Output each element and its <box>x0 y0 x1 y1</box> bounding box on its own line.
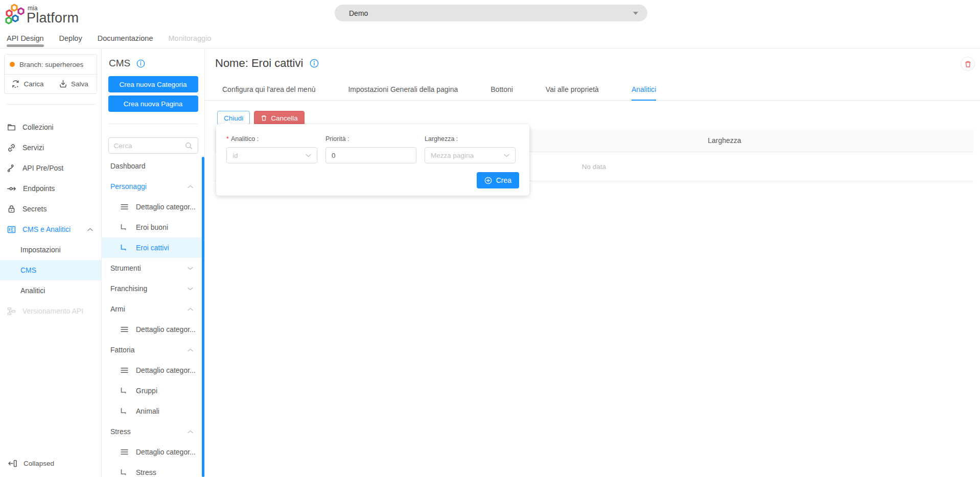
tree-category-armi[interactable]: Armi <box>102 299 204 319</box>
subpage-arrow-icon <box>121 469 127 475</box>
subpage-arrow-icon <box>121 224 127 230</box>
tree-category-fattoria[interactable]: Fattoria <box>102 340 204 360</box>
trash-icon <box>261 114 267 122</box>
sidebar-collapse-toggle[interactable]: Collapsed <box>0 455 54 472</box>
logo-platform-text: Platform <box>27 10 79 26</box>
load-label: Carica <box>24 80 43 88</box>
tab-bottoni[interactable]: Bottoni <box>491 78 513 100</box>
panel-divider <box>108 124 198 124</box>
tab-vai-alle-proprieta[interactable]: Vai alle proprietà <box>546 78 599 100</box>
sidebar-subitem-analitici[interactable]: Analitici <box>0 280 101 301</box>
sidebar-subitem-impostazioni[interactable]: Impostazioni <box>0 240 101 260</box>
cms-tree-panel: CMS Crea nuova Categoria Crea nuova Pagi… <box>102 49 205 477</box>
chevron-up-icon <box>188 348 193 352</box>
search-icon <box>185 142 193 150</box>
folder-icon <box>7 123 16 132</box>
tab-analitici[interactable]: Analitici <box>632 78 656 100</box>
page-title: Nome: Eroi cattivi <box>215 57 303 70</box>
mia-platform-console: mia Platform Demo API Design Deploy Docu… <box>0 0 980 477</box>
tab-impostazioni-generali[interactable]: Impostazioni Generali della pagina <box>348 78 458 100</box>
larghezza-select[interactable]: Mezza pagina <box>425 147 516 163</box>
lock-icon <box>7 205 16 213</box>
cms-icon <box>7 225 16 234</box>
tree-page-gruppi[interactable]: Gruppi <box>102 380 204 401</box>
tree-page-eroi-buoni[interactable]: Eroi buoni <box>102 217 204 237</box>
versioning-icon <box>7 307 16 316</box>
tree-page-eroi-cattivi[interactable]: Eroi cattivi <box>102 237 204 258</box>
chevron-down-icon <box>188 287 193 291</box>
tree-page-stress[interactable]: Stress <box>102 462 204 477</box>
left-sidebar: Branch: superheroes Carica <box>0 49 102 477</box>
subpage-arrow-icon <box>121 245 127 251</box>
chevron-down-icon <box>633 12 638 15</box>
create-page-button[interactable]: Crea nuova Pagina <box>108 96 198 112</box>
sidebar-divider <box>6 104 95 105</box>
close-button[interactable]: Chiudi <box>217 111 250 125</box>
tree-item-dettaglio-categoria[interactable]: Dettaglio categor... <box>102 319 204 340</box>
subpage-arrow-icon <box>121 408 127 414</box>
menu-lines-icon <box>121 449 128 455</box>
chevron-up-icon <box>87 228 93 231</box>
nav-tab-api-design[interactable]: API Design <box>7 28 44 48</box>
tree-page-animali[interactable]: Animali <box>102 401 204 421</box>
analitico-label: Analitico : <box>231 135 259 142</box>
chevron-up-icon <box>188 430 193 434</box>
reload-icon <box>11 80 20 88</box>
save-branch-button[interactable]: Salva <box>51 75 97 93</box>
no-data-text: No data <box>582 163 606 171</box>
tree-search[interactable] <box>108 137 198 154</box>
logo-hexagons-icon <box>5 3 26 26</box>
cms-tree: Dashboard Personaggi Dettaglio categor..… <box>102 156 204 477</box>
load-branch-button[interactable]: Carica <box>5 75 51 93</box>
create-button[interactable]: Crea <box>477 172 519 188</box>
tree-search-input[interactable] <box>114 142 185 150</box>
create-category-button[interactable]: Crea nuova Categoria <box>108 76 198 92</box>
larghezza-select-value: Mezza pagina <box>431 152 504 159</box>
menu-lines-icon <box>121 368 128 373</box>
sidebar-item-collezioni[interactable]: Collezioni <box>0 117 101 137</box>
sidebar-subitem-cms[interactable]: CMS <box>0 260 101 280</box>
nav-tab-documentazione[interactable]: Documentazione <box>98 28 153 48</box>
delete-page-button[interactable] <box>961 57 975 71</box>
sidebar-item-servizi[interactable]: Servizi <box>0 137 101 158</box>
page-detail-area: Nome: Eroi cattivi Configura qui l'area … <box>205 49 980 477</box>
tree-category-franchising[interactable]: Franchising <box>102 278 204 299</box>
tree-scrollbar-thumb[interactable] <box>202 157 204 477</box>
download-icon <box>59 80 67 88</box>
tree-item-dashboard[interactable]: Dashboard <box>102 156 204 176</box>
sidebar-item-secrets[interactable]: Secrets <box>0 199 101 219</box>
analitico-select-value: id <box>232 152 306 159</box>
tree-category-strumenti[interactable]: Strumenti <box>102 258 204 278</box>
delete-button[interactable]: Cancella <box>254 111 305 125</box>
link-icon <box>7 144 16 152</box>
nav-tab-monitoraggio: Monitoraggio <box>169 28 212 48</box>
tree-item-dettaglio-categoria[interactable]: Dettaglio categor... <box>102 197 204 217</box>
collapse-icon <box>8 459 17 468</box>
nav-tab-deploy[interactable]: Deploy <box>59 28 82 48</box>
branch-status-dot <box>10 62 15 67</box>
info-icon[interactable] <box>136 59 145 68</box>
priorita-label: Priorità : <box>325 135 416 142</box>
sidebar-item-api-pre-post[interactable]: API Pre/Post <box>0 158 101 178</box>
plus-circle-icon <box>484 177 492 184</box>
info-icon[interactable] <box>310 59 319 68</box>
tree-category-stress[interactable]: Stress <box>102 421 204 442</box>
priorita-input[interactable] <box>325 147 416 163</box>
branch-indicator: Branch: superheroes <box>5 55 97 74</box>
tree-category-personaggi[interactable]: Personaggi <box>102 176 204 197</box>
menu-lines-icon <box>121 204 128 210</box>
save-label: Salva <box>71 80 88 88</box>
tree-item-dettaglio-categoria[interactable]: Dettaglio categor... <box>102 442 204 462</box>
tab-configura-menu[interactable]: Configura qui l'area del menù <box>222 78 315 100</box>
endpoint-icon <box>7 184 16 193</box>
tree-item-dettaglio-categoria[interactable]: Dettaglio categor... <box>102 360 204 380</box>
subpage-arrow-icon <box>121 388 127 394</box>
project-selector[interactable]: Demo <box>335 5 647 21</box>
sidebar-item-cms-e-analitici[interactable]: CMS e Analitici <box>0 219 101 240</box>
column-header-larghezza: Larghezza <box>708 136 741 145</box>
branch-label: Branch: superheroes <box>19 61 83 68</box>
project-selector-value: Demo <box>349 9 633 17</box>
analitico-select[interactable]: id <box>226 147 317 163</box>
sidebar-item-endpoints[interactable]: Endpoints <box>0 178 101 199</box>
branch-box: Branch: superheroes Carica <box>4 54 97 94</box>
